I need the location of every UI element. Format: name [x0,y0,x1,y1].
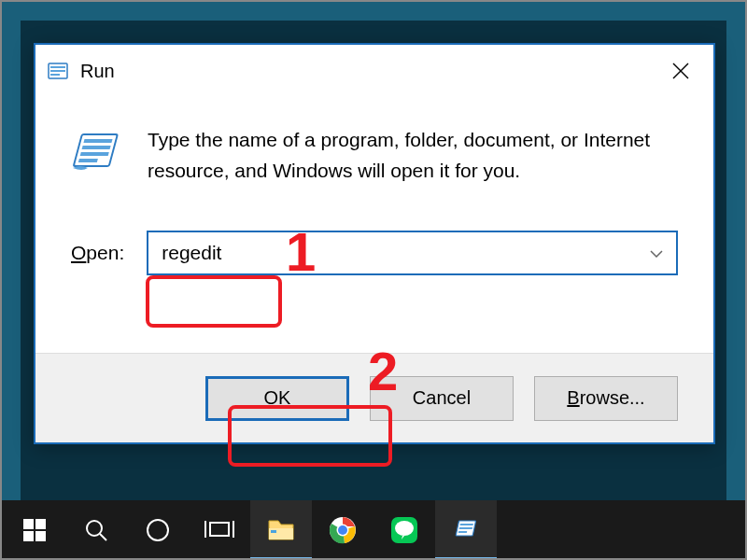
open-label: Open: [71,242,124,264]
hint-row: Type the name of a program, folder, docu… [71,125,678,186]
ok-button[interactable]: OK [205,376,349,421]
hint-text: Type the name of a program, folder, docu… [148,125,652,186]
open-row: Open: regedit [71,231,678,275]
run-dialog-icon [47,60,69,82]
svg-point-15 [87,521,102,536]
titlebar: Run [35,45,713,97]
file-explorer-button[interactable] [250,500,312,560]
svg-point-17 [148,520,168,540]
svg-rect-1 [50,66,65,68]
close-button[interactable] [659,52,702,90]
button-bar: OK Cancel Browse... [35,353,713,442]
run-program-icon [71,127,123,179]
svg-rect-31 [458,531,467,533]
svg-rect-22 [271,530,276,533]
run-taskbar-button[interactable] [435,500,497,560]
task-view-button[interactable] [189,500,250,560]
svg-rect-30 [459,527,472,529]
svg-point-27 [395,521,414,536]
dialog-body: Type the name of a program, folder, docu… [35,97,713,294]
start-button[interactable] [4,500,65,560]
svg-rect-8 [82,146,111,149]
open-combobox[interactable]: regedit [147,231,678,275]
chrome-button[interactable] [312,500,374,560]
svg-rect-14 [35,531,46,541]
svg-rect-3 [50,74,60,76]
cortana-button[interactable] [127,500,189,560]
svg-line-16 [100,534,106,540]
line-button[interactable] [374,500,435,560]
browse-button[interactable]: Browse... [534,376,678,421]
svg-rect-29 [460,524,473,525]
run-dialog: Run Type t [34,43,715,444]
svg-rect-13 [23,531,34,541]
svg-rect-10 [78,159,98,162]
search-button[interactable] [65,500,127,560]
svg-rect-7 [83,139,112,143]
taskbar [0,500,747,560]
dialog-title: Run [80,61,659,82]
cancel-button[interactable]: Cancel [370,376,514,421]
svg-rect-11 [23,519,34,529]
svg-rect-12 [35,519,46,529]
open-input-value: regedit [162,242,221,264]
chevron-down-icon[interactable] [650,245,663,260]
svg-point-25 [338,525,347,535]
svg-rect-18 [210,523,229,536]
svg-rect-9 [80,152,109,156]
svg-rect-2 [50,70,65,72]
svg-rect-21 [269,528,293,539]
